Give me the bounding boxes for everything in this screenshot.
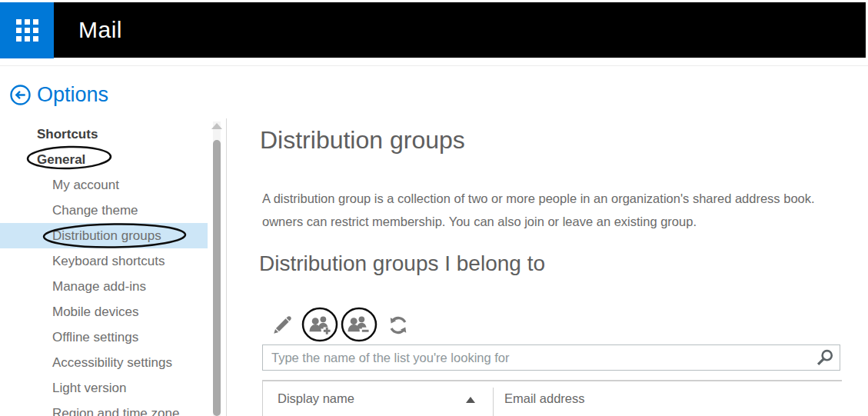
- back-arrow-icon: [9, 84, 32, 106]
- sidebar-item-accessibility-settings[interactable]: Accessibility settings: [0, 350, 208, 375]
- options-link-label: Options: [37, 83, 108, 107]
- description-line-1: A distribution group is a collection of …: [262, 187, 815, 210]
- join-group-button[interactable]: [306, 311, 334, 339]
- sidebar-item-general[interactable]: General: [0, 147, 208, 172]
- sidebar-item-distribution-groups[interactable]: Distribution groups: [0, 223, 208, 248]
- waffle-icon: [16, 19, 38, 42]
- leave-group-icon: [345, 314, 371, 338]
- app-launcher-button[interactable]: [0, 2, 54, 58]
- page-description: A distribution group is a collection of …: [262, 187, 815, 233]
- appbar-divider-line: [0, 65, 868, 66]
- groups-table: Display name Email address: [262, 380, 842, 416]
- refresh-button[interactable]: [384, 311, 412, 339]
- search-input[interactable]: [262, 344, 840, 371]
- column-divider[interactable]: [493, 388, 494, 416]
- sidebar-item-light-version[interactable]: Light version: [0, 375, 208, 401]
- sidebar-item-shortcuts[interactable]: Shortcuts: [0, 121, 208, 147]
- owa-options-screen: Mail Options Shortcuts General My accoun…: [0, 0, 868, 416]
- options-sidebar: Shortcuts General My account Change them…: [0, 121, 208, 416]
- app-title: Mail: [78, 2, 122, 58]
- column-header-display-name[interactable]: Display name: [278, 391, 354, 406]
- sidebar-item-region-and-time-zone[interactable]: Region and time zone: [0, 401, 208, 416]
- sort-ascending-icon[interactable]: [466, 397, 475, 403]
- sidebar-item-keyboard-shortcuts[interactable]: Keyboard shortcuts: [0, 248, 208, 274]
- back-to-options-link[interactable]: Options: [9, 83, 108, 107]
- refresh-icon: [387, 314, 409, 336]
- sidebar-item-offline-settings[interactable]: Offline settings: [0, 324, 208, 350]
- leave-group-button[interactable]: [344, 311, 372, 339]
- sidebar-content-divider: [226, 118, 227, 416]
- sidebar-item-mobile-devices[interactable]: Mobile devices: [0, 299, 208, 324]
- sidebar-scrollbar-thumb[interactable]: [213, 140, 221, 416]
- edit-button[interactable]: [268, 311, 296, 339]
- sidebar-item-manage-add-ins[interactable]: Manage add-ins: [0, 274, 208, 299]
- page-title: Distribution groups: [260, 126, 465, 155]
- search-icon[interactable]: [815, 348, 835, 368]
- sidebar-item-my-account[interactable]: My account: [0, 172, 208, 198]
- scroll-up-arrow-icon[interactable]: [211, 123, 222, 129]
- description-line-2: owners can restrict membership. You can …: [262, 210, 815, 233]
- join-group-icon: [307, 314, 333, 338]
- section-title: Distribution groups I belong to: [259, 251, 545, 276]
- column-header-email-address[interactable]: Email address: [504, 391, 585, 406]
- app-bar: Mail: [0, 2, 866, 58]
- edit-pencil-icon: [271, 314, 293, 336]
- sidebar-item-change-theme[interactable]: Change theme: [0, 198, 208, 223]
